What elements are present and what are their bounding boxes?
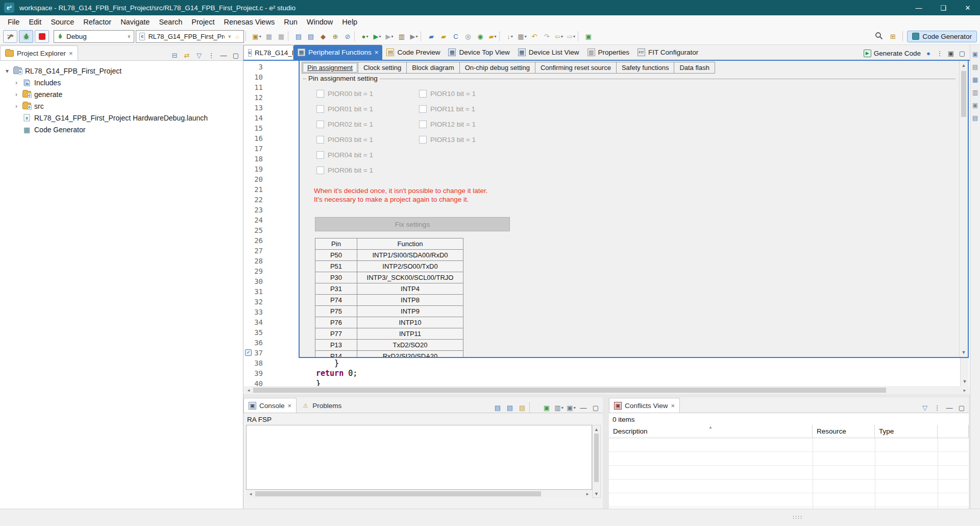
tree-item-generate[interactable]: › c generate xyxy=(0,88,243,100)
conflicts-table-body[interactable] xyxy=(609,438,969,509)
tree-item-launch-file[interactable]: x RL78_G14_FPB_First_Project HardwareDeb… xyxy=(0,112,243,124)
debug-bug-button[interactable] xyxy=(19,30,33,43)
clear-console-icon[interactable]: ▤ xyxy=(493,402,503,413)
scroll-right-icon[interactable]: ▸ xyxy=(961,386,968,394)
collapse-all-icon[interactable]: ⊟ xyxy=(169,50,180,60)
chevron-collapsed-icon[interactable]: › xyxy=(13,103,19,110)
minimized-view-icon[interactable]: ▣ xyxy=(971,101,979,109)
terminate-button[interactable] xyxy=(35,30,49,43)
scroll-thumb[interactable] xyxy=(961,71,966,117)
pior-checkbox[interactable]: PIOR03 bit = 1 xyxy=(316,135,373,144)
pin-editor-icon[interactable]: ▣ xyxy=(583,30,594,43)
back-icon[interactable]: ⇦▾ xyxy=(553,30,565,43)
subtab[interactable]: Pin assignment xyxy=(302,62,358,74)
pior-checkbox[interactable]: PIOR00 bit = 1 xyxy=(316,89,373,98)
pior-checkbox[interactable]: PIOR11 bit = 1 xyxy=(419,105,476,113)
peripheral-vscrollbar[interactable]: ▲ ▼ xyxy=(959,61,968,357)
subtab[interactable]: Safety functions xyxy=(617,62,675,74)
scroll-down-icon[interactable]: ▼ xyxy=(960,349,968,356)
redo-icon[interactable]: ↷ xyxy=(541,30,552,43)
scroll-thumb[interactable] xyxy=(255,491,541,496)
tab-properties[interactable]: ▥ Properties xyxy=(583,45,634,60)
tab-project-explorer[interactable]: Project Explorer × xyxy=(0,45,78,60)
maximize-icon[interactable]: ▢ xyxy=(958,49,967,58)
bookmark-marker-icon[interactable]: ✓ xyxy=(245,349,252,356)
console-vscrollbar[interactable]: ▲ ▼ xyxy=(592,425,601,498)
link-editor-icon[interactable]: ⇄ xyxy=(182,50,192,60)
scroll-up-icon[interactable]: ▲ xyxy=(593,426,600,433)
subtab[interactable]: Data flash xyxy=(674,62,715,74)
attach-icon[interactable]: ◎ xyxy=(462,30,474,43)
menu-item[interactable]: Run xyxy=(279,16,302,28)
tab-fit-configurator[interactable]: FIT FIT Configurator xyxy=(633,45,702,60)
tree-item-src[interactable]: › c src xyxy=(0,100,243,112)
view-menu-icon[interactable]: ⋮ xyxy=(206,50,216,60)
pior-checkbox[interactable]: PIOR10 bit = 1 xyxy=(419,89,476,98)
scroll-left-icon[interactable]: ◂ xyxy=(245,386,252,394)
menu-item[interactable]: Project xyxy=(187,16,219,28)
minimized-view-icon[interactable]: ▦ xyxy=(971,76,979,84)
window-close-button[interactable]: ✕ xyxy=(955,0,980,15)
window-minimize-button[interactable]: — xyxy=(906,0,931,15)
statusbar-grip[interactable] xyxy=(792,515,803,519)
menu-item[interactable]: Search xyxy=(154,16,187,28)
chevron-expanded-icon[interactable]: ▾ xyxy=(4,67,10,75)
search-icon[interactable] xyxy=(875,32,883,41)
team-sync-icon[interactable]: ◉ xyxy=(475,30,486,43)
pior-checkbox[interactable]: PIOR12 bit = 1 xyxy=(419,120,476,128)
menu-item[interactable]: Renesas Views xyxy=(219,16,279,28)
filter-icon[interactable]: ▽ xyxy=(920,402,930,413)
pior-checkbox[interactable]: PIOR04 bit = 1 xyxy=(316,151,373,159)
pior-checkbox[interactable]: PIOR06 bit = 1 xyxy=(316,166,373,174)
open-perspective-icon[interactable]: ⊞ xyxy=(887,30,898,43)
menu-item[interactable]: Window xyxy=(302,16,338,28)
scroll-right-icon[interactable]: ▸ xyxy=(584,490,591,498)
maximize-icon[interactable]: ▢ xyxy=(231,50,241,60)
menu-item[interactable]: Edit xyxy=(24,16,46,28)
scroll-thumb[interactable] xyxy=(594,434,599,482)
subtab[interactable]: Clock setting xyxy=(358,62,407,74)
menu-item[interactable]: Navigate xyxy=(116,16,154,28)
forward-icon[interactable]: ⇨▾ xyxy=(566,30,577,43)
coverage-icon[interactable]: ▥ xyxy=(396,30,407,43)
minimized-view-icon[interactable]: ▥ xyxy=(971,88,979,97)
column-header-resource[interactable]: Resource xyxy=(813,425,875,438)
subtab[interactable]: Block diagram xyxy=(407,62,459,74)
perspective-code-generator-button[interactable]: Code Generator xyxy=(907,31,977,42)
terminal-icon[interactable]: ▰ xyxy=(426,30,437,43)
minimized-view-icon[interactable]: ▤ xyxy=(971,114,979,122)
run-icon[interactable]: ▶▾ xyxy=(372,30,383,43)
run-tool-icon[interactable]: ▶▾ xyxy=(408,30,420,43)
tab-conflicts-view[interactable]: ▣ Conflicts View × xyxy=(609,398,680,413)
debug-icon[interactable]: ●▾ xyxy=(359,30,371,43)
menu-item[interactable]: Help xyxy=(337,16,362,28)
close-icon[interactable]: × xyxy=(671,402,675,410)
save-icon[interactable]: ▦ xyxy=(263,30,275,43)
column-header-type[interactable]: Type xyxy=(875,425,938,438)
skip-breakpoints-icon[interactable]: ⊘ xyxy=(342,30,353,43)
tab-source-file[interactable]: c RL78_G14_F xyxy=(243,45,293,60)
launch-config-combo[interactable]: Debug ∨ xyxy=(54,30,134,43)
import-icon[interactable]: ↓▾ xyxy=(504,30,516,43)
mark-occurrences-icon[interactable]: ▰▾ xyxy=(487,30,498,43)
subtab[interactable]: On-chip debug setting xyxy=(460,62,535,74)
editor-hscrollbar[interactable]: ◂ ▸ xyxy=(244,386,969,394)
tab-console[interactable]: ▣ Console × xyxy=(243,398,297,413)
show-console-icon[interactable]: ▤ xyxy=(305,30,316,43)
profile-icon[interactable]: ▶▾ xyxy=(384,30,395,43)
minimize-icon[interactable]: — xyxy=(218,50,229,60)
close-icon[interactable]: × xyxy=(375,49,379,56)
maximize-icon[interactable]: ▢ xyxy=(591,402,601,413)
scroll-left-icon[interactable]: ◂ xyxy=(247,490,254,498)
subtab[interactable]: Confirming reset source xyxy=(535,62,617,74)
tab-peripheral-functions[interactable]: ▦ Peripheral Functions × xyxy=(293,45,382,60)
chevron-collapsed-icon[interactable]: › xyxy=(13,79,19,86)
close-icon[interactable]: × xyxy=(69,50,73,57)
build-project-icon[interactable]: ▤ xyxy=(293,30,304,43)
tab-device-list-view[interactable]: ▦ Device List View xyxy=(514,45,583,60)
cpp-index-icon[interactable]: C xyxy=(450,30,461,43)
pior-checkbox[interactable]: PIOR02 bit = 1 xyxy=(316,120,373,128)
view-menu-icon[interactable]: ⋮ xyxy=(935,49,944,58)
minimize-icon[interactable]: — xyxy=(578,402,589,413)
sketch-icon[interactable]: ▰ xyxy=(438,30,449,43)
